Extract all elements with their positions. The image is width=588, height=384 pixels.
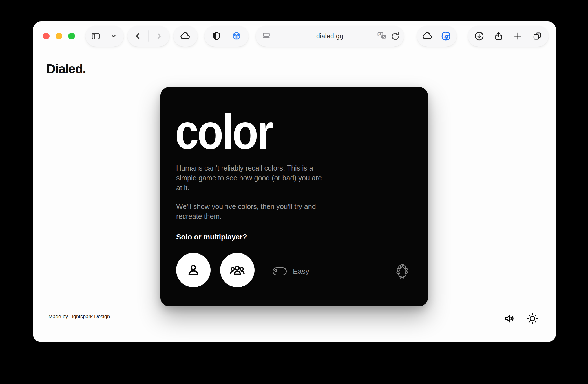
difficulty-toggle[interactable]: [273, 267, 287, 275]
screenshot-stage: dialed.gg A: [0, 0, 588, 384]
svg-text:A: A: [379, 32, 381, 36]
sound-toggle-button[interactable]: [503, 312, 516, 325]
back-icon: [133, 32, 142, 41]
tab-overview-icon: [532, 31, 542, 41]
traffic-lights: [43, 33, 75, 39]
right-extensions-group: g: [417, 26, 457, 47]
sidebar-group: [85, 26, 124, 47]
address-bar[interactable]: dialed.gg A: [256, 26, 404, 47]
details-line: recreate them.: [176, 211, 316, 221]
site-logo[interactable]: Dialed.: [46, 61, 86, 76]
difficulty-label[interactable]: Easy: [293, 266, 309, 276]
leaderboard-button[interactable]: [393, 262, 412, 281]
extensions-group: [204, 26, 249, 47]
reader-button[interactable]: [261, 31, 271, 42]
details-line: We’ll show you five colors, then you’ll …: [176, 202, 316, 211]
translate-button[interactable]: A: [376, 30, 388, 43]
browser-toolbar: dialed.gg A: [33, 21, 556, 64]
details-paragraph: We’ll show you five colors, then you’ll …: [176, 202, 316, 221]
translate-icon: A: [376, 30, 388, 42]
forward-button[interactable]: [151, 26, 167, 47]
history-nav-group: [127, 26, 169, 47]
mode-question: Solo or multiplayer?: [176, 233, 247, 241]
back-button[interactable]: [130, 26, 146, 47]
download-icon: [474, 31, 484, 41]
cloud-group: [173, 26, 198, 47]
shield-extension-button[interactable]: [209, 26, 224, 47]
solo-person-icon: [185, 262, 202, 278]
grammarly-extension-icon: g: [441, 31, 451, 41]
svg-text:g: g: [444, 33, 449, 40]
footer-credit[interactable]: Made by Lightspark Design: [48, 314, 110, 320]
nav-divider: [148, 30, 149, 42]
intro-line: at it.: [176, 183, 322, 193]
zoom-window-button[interactable]: [68, 33, 75, 39]
close-window-button[interactable]: [43, 33, 50, 39]
intro-line: Humans can’t reliably recall colors. Thi…: [176, 163, 322, 173]
downloads-button[interactable]: [471, 26, 487, 47]
sidebar-toggle-button[interactable]: [88, 26, 103, 47]
reload-icon: [390, 31, 400, 41]
game-title: color: [175, 107, 272, 156]
solo-mode-button[interactable]: [176, 253, 211, 287]
cloud-tab-icon: [422, 31, 433, 41]
theme-sun-icon: [526, 312, 539, 325]
tab-overview-button[interactable]: [529, 26, 545, 47]
address-bar-actions: A: [376, 30, 400, 43]
intro-paragraph: Humans can’t reliably recall colors. Thi…: [176, 163, 322, 193]
volume-icon: [504, 313, 516, 325]
window-actions-group: [468, 26, 549, 47]
multiplayer-mode-button[interactable]: [220, 253, 255, 287]
cube-extension-icon: [231, 31, 242, 41]
url-text[interactable]: dialed.gg: [316, 32, 343, 40]
share-button[interactable]: [491, 26, 507, 47]
cloud-button[interactable]: [178, 26, 193, 47]
game-intro-card: color Humans can’t reliably recall color…: [160, 87, 428, 306]
minimize-window-button[interactable]: [56, 33, 62, 39]
sidebar-icon: [90, 31, 101, 41]
toggle-knob-icon: [274, 269, 277, 272]
reload-button[interactable]: [390, 31, 400, 42]
new-tab-button[interactable]: [510, 26, 526, 47]
reader-icon: [261, 31, 271, 41]
multiplayer-group-icon: [229, 262, 246, 279]
cloud-icon: [180, 31, 191, 41]
cube-extension-button[interactable]: [229, 26, 244, 47]
chevron-down-icon: [109, 32, 118, 40]
new-tab-icon: [513, 31, 523, 41]
intro-line: simple game to see how good (or bad) you…: [176, 173, 322, 183]
grammarly-extension-button[interactable]: g: [438, 26, 454, 47]
theme-toggle-button[interactable]: [526, 312, 539, 325]
laurel-wreath-icon: [393, 262, 411, 280]
sidebar-chevron-button[interactable]: [106, 26, 121, 47]
cloud-tab-button[interactable]: [420, 26, 436, 47]
share-icon: [494, 31, 504, 41]
shield-extension-icon: [212, 31, 221, 41]
safari-window: dialed.gg A: [33, 21, 556, 342]
forward-icon: [154, 32, 163, 41]
